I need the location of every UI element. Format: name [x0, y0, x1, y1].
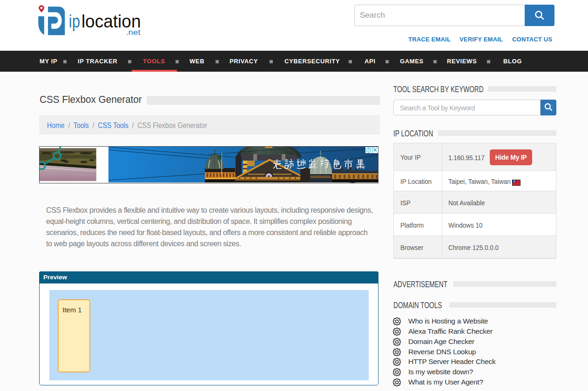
svg-text:ip: ip [69, 12, 80, 31]
svg-text:.net: .net [126, 28, 141, 36]
